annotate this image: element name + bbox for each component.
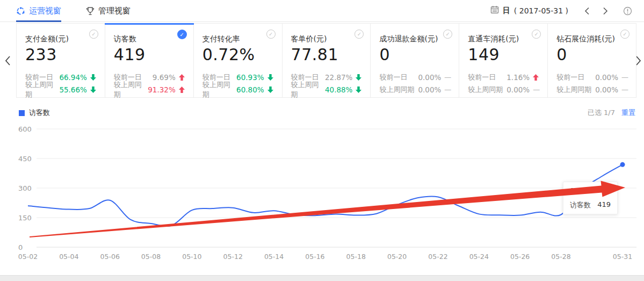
operations-view-icon [16,6,25,16]
comparison-value: 60.93% [236,73,264,82]
down-arrow-icon [90,74,96,81]
date-granularity: 日 [503,6,510,16]
chart-tooltip: 05-31 访客数 419 [563,182,618,214]
comparison-label: 较上周同期 [468,85,503,95]
card-check-icon[interactable]: ✓ [354,30,364,39]
up-arrow-icon [533,74,539,81]
comparison-label: 较上周同期 [379,85,414,95]
card-value: 233 [25,45,96,64]
card-title: 直通车消耗(元) [468,34,539,44]
comparison-row: 较上周同期 0.00%— [379,83,450,96]
comparison-label: 较上周同期 [291,80,325,99]
comparison-value: 0.00% [595,85,618,94]
comparison-value: 0.00% [595,73,618,82]
x-axis-label: 05-20 [387,253,407,261]
x-axis-label: 05-26 [510,253,530,261]
comparison-row: 较上周同期 55.66% [25,83,96,96]
legend-item-visitors[interactable]: 访客数 [19,108,50,118]
comparison-row: 较上周同期 91.32% [114,83,185,96]
x-axis-label: 05-31 [613,253,632,261]
comparison-row: 较前一日 0.00%— [379,71,450,83]
flat-trend-icon: — [444,85,450,93]
x-axis-label: 05-28 [551,253,570,261]
prev-date-button[interactable] [578,7,596,15]
dashboard-page: 运营视窗 管理视窗 日 ( 2017-05-31 ) [0,0,644,281]
chart-header: 访客数 已选 1/7 重置 [0,106,644,120]
comparison-value: 91.32% [148,85,175,94]
card-check-icon[interactable]: ✓ [177,30,187,39]
tab-management-view[interactable]: 管理视窗 [86,0,131,21]
down-arrow-icon [356,87,361,93]
calendar-icon [490,5,499,16]
x-axis-label: 05-10 [182,253,201,261]
card-check-icon[interactable]: ✓ [532,30,541,39]
comparison-row: 较前一日 1.16% [468,71,539,83]
last-point-marker[interactable] [620,162,625,167]
down-arrow-icon [267,74,273,81]
date-value: ( 2017-05-31 ) [514,6,568,15]
metric-card[interactable]: ✓ 支付金额(元) 233 较前一日 66.94% 较上周同期 55.66% [17,24,105,97]
card-check-icon[interactable]: ✓ [89,30,98,39]
y-axis-label: 600 [18,125,32,133]
flat-trend-icon: — [533,85,539,93]
comparison-value: 9.69% [153,73,176,82]
card-value: 0 [379,45,450,64]
comparison-label: 较前一日 [468,73,496,82]
card-value: 149 [468,45,539,64]
comparison-label: 较上周同期 [556,85,591,95]
y-axis-label: 0 [18,243,23,251]
tooltip-date: 05-31 [570,186,611,194]
flat-trend-icon: — [444,73,450,81]
metric-card[interactable]: ✓ 直通车消耗(元) 149 较前一日 1.16% 较上周同期 0.00%— [459,24,548,97]
comparison-label: 较上周同期 [202,80,236,99]
date-picker[interactable]: 日 ( 2017-05-31 ) [490,5,568,16]
comparison-value: 0.00% [418,85,441,94]
y-axis-label: 300 [18,184,32,192]
card-check-icon[interactable]: ✓ [443,30,452,39]
metric-card[interactable]: ✓ 客单价(元) 77.81 较前一日 22.87% 较上周同期 40.88% [283,24,371,97]
chart-plot[interactable]: 015030045060005-0205-0405-0605-0805-1005… [0,124,644,274]
tooltip-value: 419 [597,200,611,210]
selected-count: 已选 1/7 [588,108,615,118]
x-axis-label: 05-04 [59,253,78,261]
comparison-value: 0.00% [506,85,530,94]
next-date-button[interactable] [596,7,614,15]
card-check-icon[interactable]: ✓ [266,30,276,39]
metric-card[interactable]: ✓ 支付转化率 0.72% 较前一日 60.93% 较上周同期 60.80% [194,24,283,97]
management-view-icon [86,6,95,16]
card-value: 419 [114,45,185,64]
legend-swatch [19,110,25,116]
card-value: 77.81 [291,45,362,64]
card-title: 支付金额(元) [25,34,96,44]
card-check-icon[interactable]: ✓ [620,30,629,39]
comparison-value: 60.80% [236,85,264,94]
metric-card[interactable]: ✓ 成功退款金额(元) 0 较前一日 0.00%— 较上周同期 0.00%— [371,24,459,97]
up-arrow-icon [179,87,185,93]
x-axis-label: 05-14 [264,253,284,261]
metric-card[interactable]: ✓ 钻石展位消耗(元) 0 较前一日 0.00%— 较上周同期 0.00%— [548,24,636,97]
flat-trend-icon: — [621,73,627,81]
comparison-value: 0.00% [418,73,441,82]
comparison-label: 较上周同期 [114,80,148,99]
card-value: 0.72% [202,45,273,64]
view-tabs: 运营视窗 管理视窗 [0,0,131,21]
x-axis-label: 05-06 [100,253,120,261]
flat-trend-icon: — [621,85,627,93]
tab-operations-view[interactable]: 运营视窗 [16,0,61,21]
cards-scroll-left-button[interactable] [4,55,11,66]
down-arrow-icon [90,87,96,93]
info-icon[interactable] [623,6,632,16]
x-axis-label: 05-24 [469,253,489,261]
reset-link[interactable]: 重置 [621,108,635,118]
metric-card[interactable]: ✓ 访客数 419 较前一日 9.69% 较上周同期 91.32% [105,24,194,97]
legend-label: 访客数 [29,108,50,118]
card-title: 钻石展位消耗(元) [556,34,627,44]
down-arrow-icon [267,87,273,93]
comparison-value: 55.66% [59,85,86,94]
tooltip-series-label: 访客数 [570,200,591,210]
card-title: 客单价(元) [291,34,362,44]
card-title: 成功退款金额(元) [379,34,450,44]
card-title: 支付转化率 [202,34,273,44]
x-axis-label: 05-22 [428,253,447,261]
card-title: 访客数 [114,34,185,44]
